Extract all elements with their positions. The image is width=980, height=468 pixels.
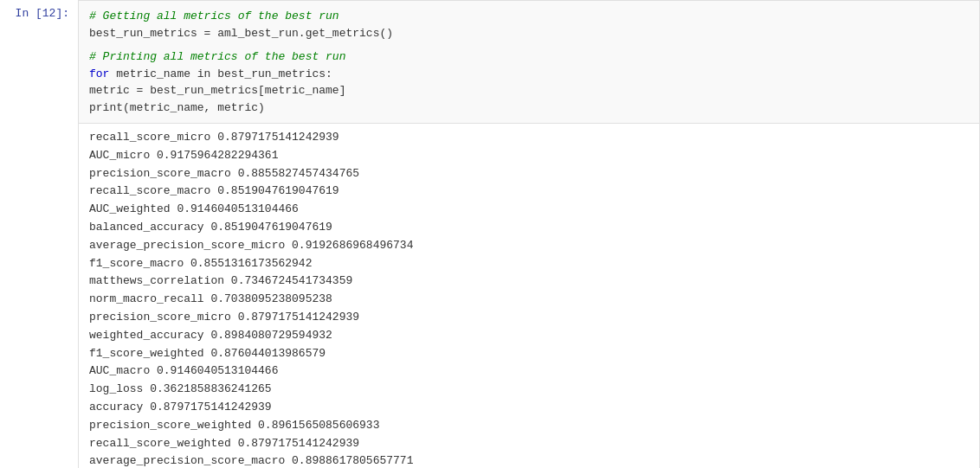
output-line-0: recall_score_micro 0.8797175141242939 [89, 129, 969, 147]
code-line-5: metric = best_run_metrics[metric_name] [89, 82, 969, 99]
code-line-3: # Printing all metrics of the best run [89, 48, 969, 66]
output-line-14: log_loss 0.3621858836241265 [89, 381, 969, 399]
output-line-17: recall_score_weighted 0.8797175141242939 [89, 435, 969, 453]
cell-prompt: In [12]: [0, 0, 78, 468]
code-line-1: # Getting all metrics of the best run [89, 8, 969, 25]
output-line-1: AUC_micro 0.9175964282294361 [89, 147, 969, 165]
code-metrics-assign: best_run_metrics = aml_best_run.get_metr… [89, 27, 393, 40]
output-line-8: matthews_correlation 0.7346724541734359 [89, 272, 969, 291]
output-line-16: precision_score_weighted 0.8961565085606… [89, 417, 969, 435]
output-line-6: average_precision_score_micro 0.91926869… [89, 237, 969, 255]
output-line-5: balanced_accuracy 0.8519047619047619 [89, 219, 969, 237]
output-line-3: recall_score_macro 0.8519047619047619 [89, 183, 969, 201]
output-line-9: norm_macro_recall 0.7038095238095238 [89, 291, 969, 309]
comment-1: # Getting all metrics of the best run [89, 10, 339, 22]
output-block: recall_score_micro 0.8797175141242939AUC… [79, 124, 979, 468]
code-block: # Getting all metrics of the best run be… [79, 1, 979, 124]
output-line-15: accuracy 0.8797175141242939 [89, 399, 969, 417]
comment-2: # Printing all metrics of the best run [89, 50, 345, 63]
code-line-4: for metric_name in best_run_metrics: [89, 66, 969, 83]
prompt-label: In [12]: [16, 7, 69, 20]
cell-content-wrapper: # Getting all metrics of the best run be… [78, 0, 980, 468]
output-line-18: average_precision_score_macro 0.89886178… [89, 452, 969, 468]
output-line-11: weighted_accuracy 0.8984080729594932 [89, 327, 969, 345]
for-rest: metric_name in best_run_metrics: [109, 67, 332, 80]
code-print: print(metric_name, metric) [89, 101, 265, 114]
output-line-12: f1_score_weighted 0.876044013986579 [89, 345, 969, 363]
output-line-10: precision_score_micro 0.8797175141242939 [89, 309, 969, 327]
output-line-2: precision_score_macro 0.8855827457434765 [89, 165, 969, 183]
for-keyword: for [89, 67, 109, 80]
output-line-4: AUC_weighted 0.9146040513104466 [89, 201, 969, 219]
output-line-7: f1_score_macro 0.8551316173562942 [89, 255, 969, 273]
output-line-13: AUC_macro 0.9146040513104466 [89, 362, 969, 381]
code-line-6: print(metric_name, metric) [89, 99, 969, 117]
code-line-2: best_run_metrics = aml_best_run.get_metr… [89, 25, 969, 42]
notebook-cell: In [12]: # Getting all metrics of the be… [0, 0, 980, 468]
code-metric-assign: metric = best_run_metrics[metric_name] [89, 84, 345, 97]
